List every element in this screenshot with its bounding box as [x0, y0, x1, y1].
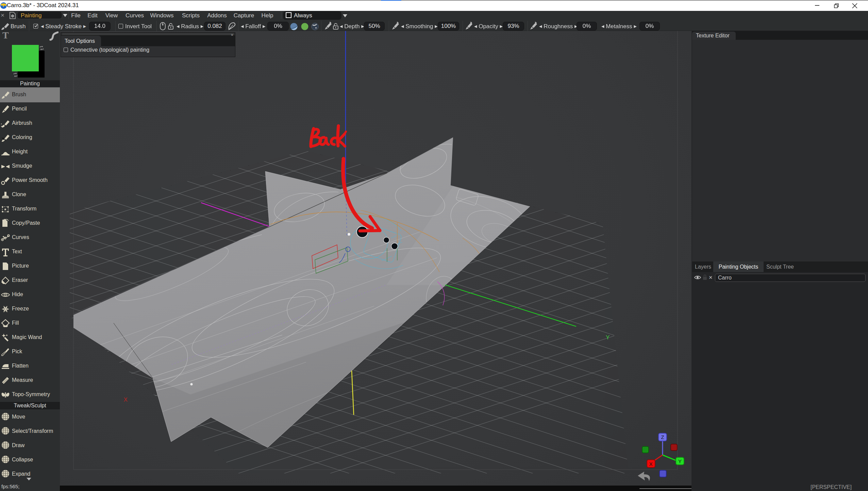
- svg-text:Y: Y: [606, 334, 610, 341]
- svg-text:X: X: [124, 396, 128, 403]
- svg-text:Y: Y: [678, 458, 682, 464]
- svg-text:Z: Z: [661, 434, 664, 440]
- svg-text:X: X: [649, 461, 653, 467]
